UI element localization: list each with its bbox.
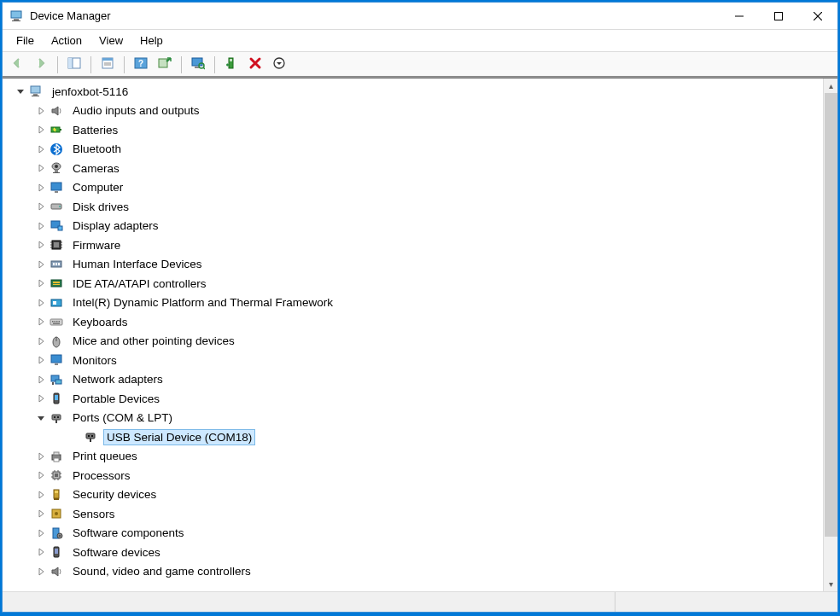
tree-node-label: Processors [69, 468, 134, 484]
tree-node-cat-9[interactable]: IDE ATA/ATAPI controllers [3, 274, 823, 293]
expander-icon[interactable] [35, 316, 47, 328]
expander-icon[interactable] [35, 392, 47, 404]
expander-icon[interactable] [69, 431, 81, 443]
update-driver-button[interactable] [154, 55, 176, 75]
tree-node-cat-15[interactable]: Portable Devices [3, 389, 823, 409]
scroll-up[interactable]: ▴ [824, 78, 837, 93]
tree-node-root[interactable]: jenfoxbot-5116 [3, 82, 823, 102]
svg-point-100 [59, 535, 61, 537]
tree-node-cat-4[interactable]: Computer [3, 178, 823, 198]
tree-node-cat-19[interactable]: Security devices [3, 485, 823, 505]
expander-icon[interactable] [35, 259, 47, 270]
expander-icon[interactable] [35, 489, 47, 501]
expander-icon[interactable] [35, 182, 47, 194]
firmware-icon [49, 238, 64, 252]
tree-node-cat-23[interactable]: Sound, video and game controllers [3, 562, 823, 582]
minimize-button[interactable] [720, 3, 759, 29]
svg-rect-74 [57, 416, 59, 418]
expander-icon[interactable] [35, 354, 47, 366]
expander-icon[interactable] [35, 277, 47, 289]
expander-icon[interactable] [35, 469, 47, 481]
expander-icon[interactable] [15, 85, 26, 97]
svg-rect-59 [55, 321, 56, 323]
tree-node-cat-10[interactable]: Intel(R) Dynamic Platform and Thermal Fr… [3, 293, 823, 313]
expander-icon[interactable] [35, 143, 47, 155]
expander-icon[interactable] [35, 297, 47, 309]
expander-icon[interactable] [35, 374, 47, 386]
tree-node-label: Display adapters [69, 218, 162, 234]
tree-node-cat-1[interactable]: Batteries [3, 120, 823, 140]
update-driver-icon [158, 56, 172, 73]
svg-rect-50 [55, 263, 57, 265]
software-comp-icon [49, 526, 64, 540]
svg-rect-95 [54, 498, 59, 500]
tree-node-cat-17[interactable]: Print queues [3, 447, 823, 467]
help-button[interactable]: ? [130, 55, 152, 75]
tree-node-cat-12[interactable]: Mice and other pointing devices [3, 332, 823, 352]
vertical-scrollbar[interactable]: ▴ ▾ [823, 78, 837, 591]
expander-icon[interactable] [35, 239, 47, 251]
expander-icon[interactable] [35, 105, 47, 117]
tree-node-cat-14[interactable]: Network adapters [3, 370, 823, 390]
tree-node-child-16-0[interactable]: USB Serial Device (COM18) [3, 427, 823, 447]
expander-icon[interactable] [35, 412, 47, 424]
scan-hardware-button[interactable] [187, 55, 209, 75]
scroll-thumb[interactable] [825, 93, 837, 537]
expander-icon[interactable] [35, 508, 47, 520]
add-driver-button[interactable] [220, 55, 242, 75]
menu-help[interactable]: Help [131, 32, 172, 49]
tree-node-cat-3[interactable]: Cameras [3, 159, 823, 178]
tree-node-cat-2[interactable]: Bluetooth [3, 140, 823, 160]
tree-node-cat-11[interactable]: Keyboards [3, 312, 823, 332]
expander-icon[interactable] [35, 220, 47, 232]
tree-node-cat-8[interactable]: Human Interface Devices [3, 255, 823, 275]
tree-node-cat-18[interactable]: Processors [3, 466, 823, 485]
tree-node-cat-6[interactable]: Display adapters [3, 217, 823, 236]
tree-node-cat-21[interactable]: Software components [3, 524, 823, 543]
show-hide-tree-button[interactable] [63, 55, 85, 75]
svg-rect-35 [55, 191, 58, 193]
expander-icon[interactable] [35, 450, 47, 462]
svg-rect-84 [55, 474, 58, 477]
tree-node-cat-13[interactable]: Monitors [3, 351, 823, 370]
tree-node-label: Audio inputs and outputs [69, 102, 203, 119]
expander-icon[interactable] [35, 200, 47, 212]
close-button[interactable] [798, 3, 837, 29]
mouse-icon [49, 334, 64, 348]
tree-node-cat-20[interactable]: Sensors [3, 504, 823, 524]
expander-icon[interactable] [35, 335, 47, 347]
add-driver-icon [225, 56, 238, 73]
titlebar: Device Manager [3, 3, 837, 30]
tree-node-cat-16[interactable]: Ports (COM & LPT) [3, 409, 823, 428]
svg-rect-49 [53, 263, 55, 265]
svg-rect-1 [14, 19, 19, 20]
expander-icon[interactable] [35, 546, 47, 558]
scroll-down[interactable]: ▾ [824, 577, 837, 591]
tree-node-cat-5[interactable]: Disk drives [3, 197, 823, 217]
toolbar: ? [3, 52, 837, 78]
uninstall-button[interactable] [244, 55, 266, 75]
expander-icon[interactable] [35, 566, 47, 578]
tree-node-cat-0[interactable]: Audio inputs and outputs [3, 102, 823, 121]
enable-disable-button[interactable] [268, 55, 290, 75]
expander-icon[interactable] [35, 527, 47, 539]
network-icon [49, 373, 64, 386]
tree-node-cat-22[interactable]: Software devices [3, 543, 823, 562]
svg-rect-41 [54, 242, 59, 247]
properties-button[interactable] [96, 55, 119, 75]
expander-icon[interactable] [35, 124, 47, 136]
menu-action[interactable]: Action [43, 32, 90, 49]
svg-rect-2 [12, 20, 20, 21]
svg-rect-76 [86, 433, 95, 439]
menu-file[interactable]: File [8, 32, 43, 49]
port-sub-icon [83, 430, 98, 444]
maximize-button[interactable] [759, 3, 798, 29]
device-tree[interactable]: jenfoxbot-5116Audio inputs and outputsBa… [3, 78, 823, 591]
tree-node-label: Disk drives [69, 199, 132, 215]
menu-view[interactable]: View [90, 32, 131, 49]
expander-icon[interactable] [35, 162, 47, 174]
portable-icon [49, 392, 64, 405]
forward-button [30, 55, 52, 75]
tree-node-label: Software devices [69, 544, 164, 561]
tree-node-cat-7[interactable]: Firmware [3, 235, 823, 255]
